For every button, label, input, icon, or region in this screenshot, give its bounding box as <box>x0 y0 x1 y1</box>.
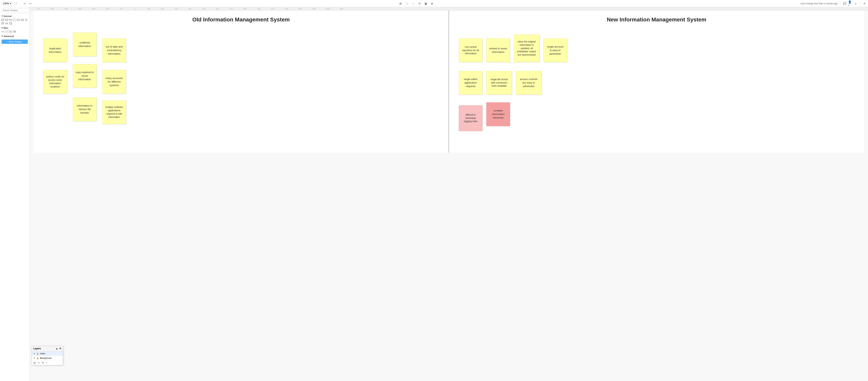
shape-misc-1[interactable]: Title <box>1 30 4 33</box>
layers-add-icon[interactable]: + <box>46 361 47 364</box>
shape-wordwrap[interactable]: ≡ <box>13 18 16 22</box>
layers-close-icon[interactable]: ✕ <box>59 347 61 350</box>
page-icon[interactable]: 📄 <box>14 2 18 5</box>
ruler-mark: 0 <box>128 8 142 10</box>
search-input[interactable] <box>2 8 30 12</box>
general-shapes: Text ≡ <box>0 18 29 25</box>
layer-visible-icon-bg[interactable]: 👁 <box>33 357 35 359</box>
redo-button[interactable]: ↪ <box>28 2 32 5</box>
layers-delete-icon[interactable]: 🗑 <box>33 361 36 364</box>
ruler-mark: -100 <box>114 8 128 10</box>
ruler-mark: 500 <box>197 8 211 10</box>
emoji-icon[interactable]: ☺ <box>854 2 858 5</box>
shape-circle[interactable] <box>25 18 28 22</box>
svg-point-4 <box>25 19 27 21</box>
layer-visible-icon[interactable]: 👁 <box>33 352 35 355</box>
svg-rect-5 <box>2 23 4 24</box>
rect-icon[interactable]: □ <box>405 2 409 5</box>
new-system-panel: New Information Management System one ce… <box>449 11 864 152</box>
note-duplicated-info[interactable]: duplicated information <box>43 38 67 62</box>
note-scattered-info[interactable]: scattered information <box>73 33 96 56</box>
shape-table[interactable] <box>13 30 16 33</box>
share-icon[interactable]: 👤+ <box>848 2 852 5</box>
note-multiple-software[interactable]: multiple software applications required … <box>102 100 126 124</box>
zoom-dropdown-icon[interactable]: ▾ <box>10 2 11 5</box>
layer-lock-icon-bg: 🔒 <box>36 357 39 359</box>
shape-rect2[interactable] <box>21 18 24 22</box>
shape-misc-5[interactable]: ⋯ <box>17 30 20 33</box>
note-single-editor[interactable]: single editor application required <box>459 71 483 95</box>
ruler-marks: -700 -600 -500 -400 -300 -200 -100 0 100… <box>30 8 348 10</box>
shape-ellipse[interactable] <box>17 18 20 22</box>
separator-3 <box>860 2 860 5</box>
svg-marker-8 <box>5 23 8 24</box>
add-icon[interactable]: ⊕ <box>430 2 434 5</box>
section-advanced-label: Advanced <box>4 35 14 37</box>
ruler-mark: 1200 <box>293 8 307 10</box>
section-general[interactable]: ▾ General <box>0 13 29 18</box>
shape-text[interactable]: Text <box>9 18 12 22</box>
note-when-original[interactable]: when the original information is updated… <box>514 35 539 62</box>
ruler-top: -700 -600 -500 -400 -300 -200 -100 0 100… <box>30 7 868 11</box>
comment-icon[interactable]: 💬 <box>843 2 846 5</box>
ruler-mark: 400 <box>183 8 197 10</box>
svg-rect-0 <box>2 19 4 21</box>
layer-notes-label: notes <box>40 352 45 355</box>
more-shapes-button[interactable]: + More Shapes <box>2 39 28 44</box>
note-one-central[interactable]: one central repository for all informati… <box>459 38 483 62</box>
separator-1 <box>20 2 21 5</box>
layers-header: Layers ▲ ✕ <box>32 346 63 351</box>
shape-rect-outline[interactable] <box>1 18 4 22</box>
ellipse-icon[interactable]: ○ <box>411 2 415 5</box>
note-embed-reuse[interactable]: embed to reuse information <box>486 38 510 62</box>
misc-shapes: Title ≡≡ ▦ ⋯ <box>0 30 29 34</box>
shape-parallelogram[interactable] <box>9 22 12 25</box>
svg-marker-9 <box>9 23 12 24</box>
zoom-control[interactable]: 100% ▾ <box>2 2 12 5</box>
note-many-accounts[interactable]: many accounts for different systems <box>102 70 126 94</box>
search-bar: 🔍 <box>0 7 29 13</box>
toolbar-center: ⊞ □ ○ ⟲ ▦ ⊕ <box>34 2 799 5</box>
canvas-area[interactable]: -700 -600 -500 -400 -300 -200 -100 0 100… <box>30 7 868 381</box>
section-misc[interactable]: ▾ Misc <box>0 25 29 30</box>
main-layout: 🔍 ▾ General Text ≡ ▾ Misc Title <box>0 7 868 381</box>
ruler-mark: -300 <box>87 8 100 10</box>
layers-edit-icon[interactable]: ✏ <box>38 361 40 364</box>
ruler-mark: 1100 <box>279 8 293 10</box>
collapse-advanced-icon: ▾ <box>2 35 3 37</box>
ruler-mark: 100 <box>142 8 155 10</box>
table-icon[interactable]: ▦ <box>424 2 428 5</box>
old-system-title: Old Information Management System <box>37 16 445 23</box>
top-toolbar: 100% ▾ 📄 ↩ ↪ ⊞ □ ○ ⟲ ▦ ⊕ Last change les… <box>0 0 868 7</box>
note-complex-hierarchy[interactable]: complex information hierarchy <box>486 102 510 126</box>
note-single-file-format[interactable]: single file format with conversion tools… <box>486 71 512 95</box>
shape-rect3d[interactable] <box>1 22 4 25</box>
note-difficult-tagging[interactable]: difficult to remember tagging rules <box>459 105 483 131</box>
ruler-mark: 1000 <box>266 8 279 10</box>
note-authors-access[interactable]: authors could not access some informatio… <box>43 70 67 94</box>
shape-diamond[interactable] <box>5 22 8 25</box>
note-out-of-date[interactable]: out of date and contradictory informatio… <box>102 38 126 62</box>
shape-misc-3[interactable]: ▦ <box>9 30 12 33</box>
note-access-controls[interactable]: access controls are easy to administer <box>516 71 541 95</box>
ruler-mark: -700 <box>31 8 45 10</box>
note-copy-reuse[interactable]: copy required to reuse information <box>73 64 96 88</box>
layers-duplicate-icon[interactable]: ⧉ <box>42 361 44 364</box>
note-single-account[interactable]: single account & easy to administer <box>544 38 567 62</box>
shape-rect-filled[interactable] <box>5 18 8 22</box>
ruler-mark: 1300 <box>307 8 321 10</box>
layers-collapse-icon[interactable]: ▲ <box>56 347 58 350</box>
shape-misc-2[interactable]: ≡≡ <box>5 30 8 33</box>
undo-button[interactable]: ↩ <box>23 2 27 5</box>
layer-notes[interactable]: 👁 🔓 notes <box>32 351 63 356</box>
ruler-mark: 600 <box>211 8 224 10</box>
link-icon[interactable]: ⟲ <box>417 2 422 5</box>
resize-icon[interactable]: ⊞ <box>399 2 403 5</box>
ruler-mark: 1400 <box>321 8 335 10</box>
section-advanced[interactable]: ▾ Advanced <box>0 34 29 38</box>
layer-background[interactable]: 👁 🔒 Background <box>32 356 63 360</box>
note-various-formats[interactable]: information in various file formats <box>73 98 96 121</box>
ruler-mark: 200 <box>155 8 169 10</box>
close-icon[interactable]: ✕ <box>863 2 866 5</box>
layers-header-icons: ▲ ✕ <box>56 347 61 350</box>
